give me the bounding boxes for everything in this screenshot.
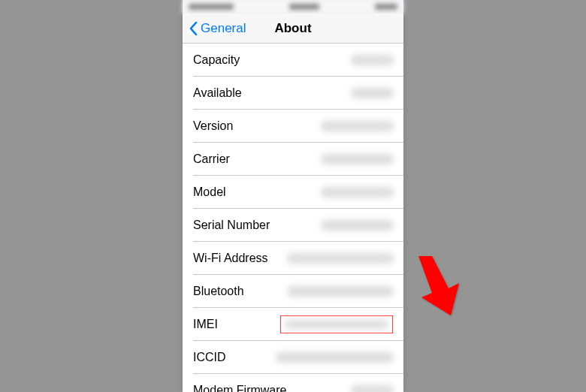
row-value-blurred (276, 352, 393, 363)
row-label: Capacity (193, 53, 240, 67)
row-label: IMEI (193, 318, 218, 331)
row-value-blurred (322, 154, 393, 164)
row-label: Bluetooth (193, 285, 244, 298)
imei-highlight-box (280, 315, 393, 333)
status-battery (375, 4, 397, 10)
status-bar (183, 0, 403, 14)
settings-list: Capacity Available Version Carrier Model… (183, 44, 403, 392)
red-arrow-annotation (403, 252, 464, 320)
row-label: Available (193, 86, 242, 100)
navigation-bar: General About (183, 14, 403, 44)
row-label: Wi-Fi Address (193, 252, 268, 265)
row-label: Carrier (193, 152, 230, 166)
row-model[interactable]: Model (183, 176, 403, 209)
back-label: General (201, 21, 246, 36)
row-modem-firmware[interactable]: Modem Firmware (183, 374, 403, 392)
row-iccid[interactable]: ICCID (183, 341, 403, 374)
row-value-blurred (352, 88, 393, 98)
chevron-left-icon (189, 21, 198, 36)
row-imei[interactable]: IMEI (183, 308, 403, 341)
row-capacity[interactable]: Capacity (183, 44, 403, 77)
page-title: About (274, 21, 311, 36)
row-value-blurred (288, 286, 393, 297)
row-label: Model (193, 185, 226, 199)
row-value-blurred (322, 220, 393, 231)
row-value-blurred (285, 320, 388, 329)
row-label: Serial Number (193, 219, 270, 232)
back-button[interactable]: General (189, 21, 246, 36)
row-label: ICCID (193, 351, 226, 364)
row-value-blurred (322, 187, 393, 198)
svg-marker-0 (418, 256, 459, 315)
row-wifi-address[interactable]: Wi-Fi Address (183, 242, 403, 275)
row-value-blurred (352, 55, 393, 65)
row-value-blurred (322, 121, 393, 131)
row-version[interactable]: Version (183, 110, 403, 143)
phone-screen: General About Capacity Available Version… (183, 0, 403, 392)
row-available[interactable]: Available (183, 77, 403, 110)
row-bluetooth[interactable]: Bluetooth (183, 275, 403, 308)
row-serial-number[interactable]: Serial Number (183, 209, 403, 242)
row-label: Version (193, 119, 233, 133)
row-value-blurred (288, 253, 393, 264)
status-signal (189, 4, 234, 10)
row-label: Modem Firmware (193, 384, 286, 392)
row-carrier[interactable]: Carrier (183, 143, 403, 176)
status-time (289, 4, 319, 10)
row-value-blurred (352, 385, 393, 392)
